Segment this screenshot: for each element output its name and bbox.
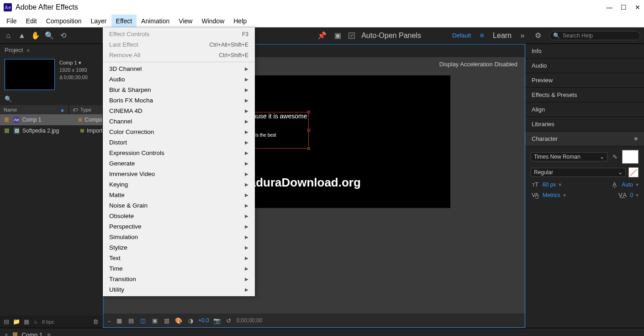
transparency-icon[interactable]: ▥ [163,317,171,324]
close-button[interactable]: ✕ [635,4,640,11]
menu-help[interactable]: Help [229,15,251,27]
region-icon[interactable]: ▣ [151,317,159,324]
menu-stylize[interactable]: Stylize▶ [103,242,255,253]
workspace-learn[interactable]: Learn [493,32,512,40]
comp-thumbnail[interactable] [5,59,55,90]
zoom-tool[interactable]: 🔍 [45,31,54,40]
project-tab[interactable]: Project [5,47,23,53]
menu-effect[interactable]: Effect [111,15,137,27]
panel-audio[interactable]: Audio [525,59,644,73]
panel-settings-icon[interactable]: ⚙ [533,31,543,40]
panel-effects-presets[interactable]: Effects & Presets [525,88,644,102]
menu-text-effects[interactable]: Text▶ [103,253,255,263]
panel-libraries[interactable]: Libraries [525,117,644,132]
home-tool[interactable]: ⌂ [4,32,13,40]
menu-utility[interactable]: Utility▶ [103,284,255,295]
panel-info[interactable]: Info [525,44,644,59]
font-style-dropdown[interactable]: Regular⌄ [531,168,626,177]
interpret-icon[interactable]: ▤ [4,318,9,325]
maximize-button[interactable]: ☐ [621,4,627,11]
menu-animation[interactable]: Animation [137,15,174,27]
project-item-image[interactable]: 🖼 Softpedia 2.jpg Import [0,125,102,136]
menu-composition[interactable]: Composition [42,15,86,27]
eyedropper-icon[interactable]: ✎ [610,154,619,160]
stroke-color-swatch[interactable] [628,167,639,177]
project-panel-menu-icon[interactable]: ≡ [26,48,29,53]
magnification-dropdown[interactable]: ⌄ [107,317,111,324]
kerning-value[interactable]: Metrics [543,192,560,198]
guides-icon[interactable]: ▤ [127,317,135,324]
project-list-header: Name ▲ 🏷 Type [0,105,102,114]
show-snapshot-icon[interactable]: ↺ [225,317,233,324]
toggle-icon[interactable]: ▣ [333,31,342,40]
menu-perspective[interactable]: Perspective▶ [103,221,255,232]
menu-noise-grain[interactable]: Noise & Grain▶ [103,200,255,211]
label-swatch [5,117,9,122]
tl-tab-menu-icon[interactable]: ≡ [47,331,51,336]
grid-icon[interactable]: ▦ [115,317,123,324]
mask-icon[interactable]: ◫ [139,317,147,324]
bpc-toggle[interactable]: ☼ [33,318,38,325]
color-mgmt-icon[interactable]: 🎨 [174,317,183,324]
project-item-comp1[interactable]: Ae Comp 1 Compo [0,114,102,125]
panel-align[interactable]: Align [525,102,644,117]
workspace-default[interactable]: Default [452,32,471,39]
tl-close-tab[interactable]: × [5,331,8,336]
menu-audio-effects[interactable]: Audio▶ [103,74,255,85]
menubar: File Edit Composition Layer Effect Anima… [0,15,644,27]
menu-window[interactable]: Window [197,15,229,27]
menu-distort[interactable]: Distort▶ [103,137,255,148]
menu-remove-all[interactable]: Remove AllCtrl+Shift+E [103,50,255,60]
menu-layer[interactable]: Layer [86,15,111,27]
tracking-value[interactable]: 0 [630,192,633,198]
menu-cinema4d[interactable]: CINEMA 4D▶ [103,106,255,116]
font-family-dropdown[interactable]: Times New Roman⌄ [531,152,607,161]
footer-timecode[interactable]: 0;00;00;00 [237,317,263,324]
menu-matte[interactable]: Matte▶ [103,190,255,200]
menu-boris-fx[interactable]: Boris FX Mocha▶ [103,95,255,106]
character-menu-icon[interactable]: ≡ [634,135,638,142]
auto-open-checkbox[interactable] [348,32,355,39]
fill-color-swatch[interactable] [622,150,639,164]
menu-keying[interactable]: Keying▶ [103,179,255,190]
menu-3d-channel[interactable]: 3D Channel▶ [103,64,255,74]
font-size-value[interactable]: 60 px [543,181,556,188]
hand-tool[interactable]: ✋ [31,31,40,40]
menu-transition[interactable]: Transition▶ [103,274,255,284]
menu-file[interactable]: File [2,15,21,27]
tracking-icon: V͟A [618,192,627,198]
menu-last-effect[interactable]: Last EffectCtrl+Alt+Shift+E [103,39,255,50]
menu-expression-controls[interactable]: Expression Controls▶ [103,148,255,158]
menu-simulation[interactable]: Simulation▶ [103,232,255,242]
pin-icon[interactable]: 📌 [317,31,327,40]
exposure-value[interactable]: +0.0 [198,317,209,324]
new-comp-icon[interactable]: ▦ [24,318,29,325]
orbit-tool[interactable]: ⟲ [58,31,68,40]
snapshot-icon[interactable]: 📷 [213,317,221,324]
leading-value[interactable]: Auto [622,181,633,188]
trash-icon[interactable]: 🗑 [93,318,99,325]
menu-color-correction[interactable]: Color Correction▶ [103,127,255,137]
project-search-icon[interactable]: 🔍 [5,96,12,102]
menu-generate[interactable]: Generate▶ [103,158,255,169]
tl-tab-comp1[interactable]: Comp 1 [22,331,43,336]
search-help-input[interactable]: 🔍 Search Help [549,31,640,40]
folder-icon[interactable]: 📁 [13,318,20,325]
menu-effect-controls[interactable]: Effect ControlsF3 [103,29,255,39]
menu-blur-sharpen[interactable]: Blur & Sharpen▶ [103,85,255,95]
panel-character-header[interactable]: Character ≡ [525,132,644,146]
minimize-button[interactable]: — [606,4,612,11]
selection-tool[interactable]: ▲ [17,32,26,40]
menu-view[interactable]: View [174,15,197,27]
font-size-icon: тT [531,181,540,188]
menu-channel[interactable]: Channel▶ [103,116,255,127]
menu-edit[interactable]: Edit [21,15,42,27]
more-workspaces-icon[interactable]: » [518,32,527,40]
menu-time[interactable]: Time▶ [103,263,255,274]
comp-metadata: Comp 1 ▾ 1920 x 1080 Δ 0;00;30;00 [59,59,88,90]
menu-obsolete[interactable]: Obsolete▶ [103,211,255,221]
panel-preview[interactable]: Preview [525,73,644,88]
exposure-icon[interactable]: ◑ [186,317,195,324]
menu-immersive-video[interactable]: Immersive Video▶ [103,169,255,179]
workspace-menu-icon[interactable]: ≡ [477,32,486,40]
